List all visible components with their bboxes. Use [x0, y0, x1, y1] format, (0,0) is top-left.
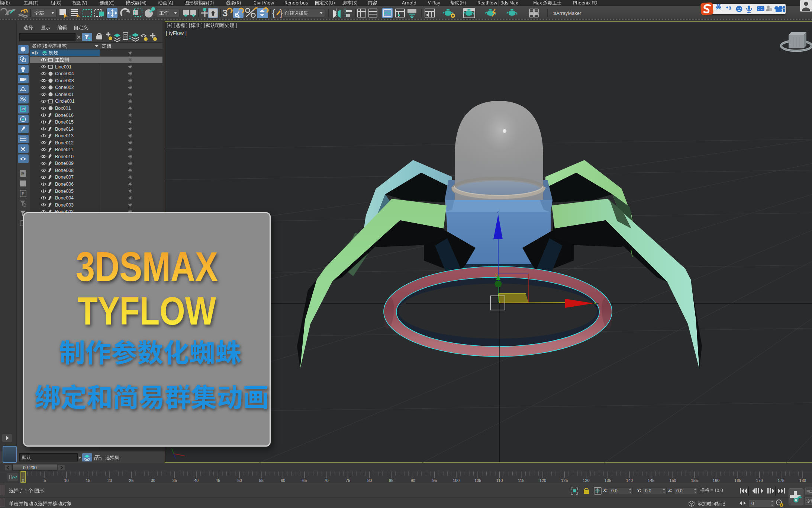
- svg-text:40: 40: [194, 478, 199, 483]
- svg-text:45: 45: [216, 478, 220, 483]
- svg-text:Bone004: Bone004: [55, 195, 74, 201]
- svg-text::sArrayMaker: :sArrayMaker: [552, 10, 581, 16]
- svg-text:25: 25: [129, 478, 133, 483]
- svg-text:{: {: [272, 8, 275, 18]
- svg-text:50: 50: [237, 478, 242, 483]
- svg-text:Cone001: Cone001: [55, 92, 74, 97]
- svg-text:Bone010: Bone010: [55, 154, 74, 159]
- svg-text:z: z: [497, 210, 499, 214]
- svg-text:135: 135: [605, 478, 611, 483]
- svg-text:y: y: [495, 272, 497, 277]
- svg-text:Cone002: Cone002: [55, 85, 74, 90]
- svg-text:30: 30: [151, 478, 155, 483]
- svg-text:}: }: [280, 8, 283, 18]
- svg-text:95: 95: [432, 478, 437, 483]
- svg-text:Bone003: Bone003: [55, 202, 74, 208]
- svg-text:55: 55: [259, 478, 264, 483]
- svg-text:3: 3: [222, 7, 228, 19]
- svg-text:Bone011: Bone011: [55, 147, 73, 152]
- svg-text:Box001: Box001: [55, 106, 71, 111]
- svg-text:10: 10: [64, 478, 68, 483]
- svg-text:Bone006: Bone006: [55, 182, 74, 187]
- svg-text:Bone008: Bone008: [55, 168, 74, 173]
- svg-text:3DSMAX: 3DSMAX: [76, 243, 218, 290]
- svg-text:5: 5: [44, 478, 46, 483]
- svg-text:Bone005: Bone005: [55, 189, 74, 194]
- svg-text:175: 175: [778, 478, 784, 483]
- svg-text:Bone014: Bone014: [55, 127, 74, 132]
- svg-text:140: 140: [626, 478, 633, 483]
- svg-text:15: 15: [86, 478, 90, 483]
- svg-text:125: 125: [561, 478, 568, 483]
- svg-text:Bone009: Bone009: [55, 161, 74, 166]
- svg-text:Circle001: Circle001: [55, 99, 75, 104]
- svg-text:180: 180: [799, 478, 806, 483]
- svg-text:105: 105: [474, 478, 481, 483]
- svg-text:Bone013: Bone013: [55, 133, 74, 138]
- svg-text:115: 115: [518, 478, 525, 483]
- svg-text:150: 150: [669, 478, 676, 483]
- svg-text:0: 0: [751, 501, 754, 506]
- svg-text:160: 160: [713, 478, 719, 483]
- svg-text:35: 35: [173, 478, 177, 483]
- svg-text:80: 80: [367, 478, 372, 483]
- svg-text:Bone016: Bone016: [55, 113, 74, 118]
- svg-text:155: 155: [691, 478, 698, 483]
- svg-text:120: 120: [539, 478, 546, 483]
- svg-text:Bone012: Bone012: [55, 140, 74, 146]
- svg-text:75: 75: [346, 478, 350, 483]
- svg-text:70: 70: [324, 478, 328, 483]
- svg-text:TYFLOW: TYFLOW: [78, 289, 216, 333]
- svg-text:F: F: [22, 191, 24, 197]
- svg-text:Line001: Line001: [55, 64, 72, 70]
- svg-text:60: 60: [281, 478, 285, 483]
- svg-text:85: 85: [389, 478, 393, 483]
- svg-text:Cone003: Cone003: [55, 78, 74, 83]
- svg-text:Cone004: Cone004: [55, 71, 74, 76]
- svg-text:x: x: [594, 300, 596, 305]
- svg-text:165: 165: [734, 478, 741, 483]
- svg-text:145: 145: [648, 478, 654, 483]
- svg-text:20: 20: [107, 478, 112, 483]
- svg-text:170: 170: [756, 478, 763, 483]
- svg-text:65: 65: [302, 478, 307, 483]
- svg-text:Bone007: Bone007: [55, 175, 74, 180]
- svg-text:E: E: [21, 171, 25, 176]
- svg-text:110: 110: [496, 478, 503, 483]
- svg-text:100: 100: [453, 478, 460, 483]
- svg-text:130: 130: [583, 478, 589, 483]
- svg-text:90: 90: [410, 478, 415, 483]
- svg-text:Bone015: Bone015: [55, 119, 74, 125]
